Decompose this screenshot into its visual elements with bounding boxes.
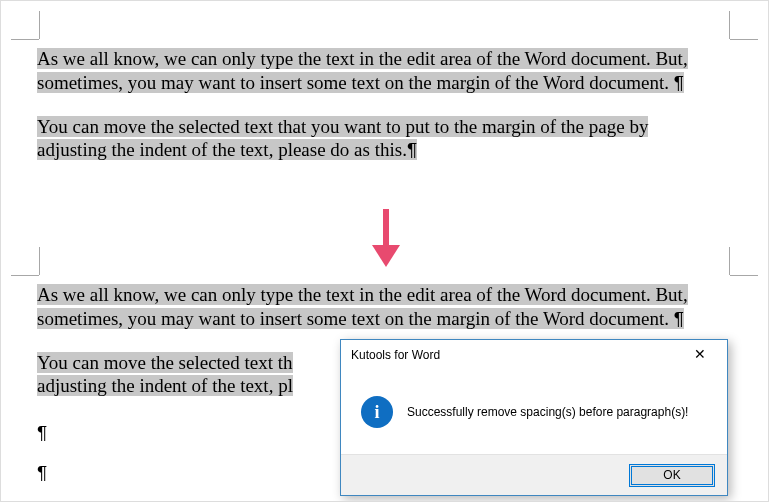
para1-line1: As we all know, we can only type the tex… bbox=[37, 284, 688, 305]
para2-line2: adjusting the indent of the text, please… bbox=[37, 139, 417, 160]
info-icon: i bbox=[361, 396, 393, 428]
close-icon[interactable]: ✕ bbox=[681, 343, 719, 367]
svg-marker-1 bbox=[372, 245, 400, 267]
para2-line2-clipped: adjusting the indent of the text, pl bbox=[37, 375, 293, 396]
pilcrow-icon: ¶ bbox=[37, 461, 47, 485]
document-before: As we all know, we can only type the tex… bbox=[37, 47, 737, 162]
pilcrow-icon: ¶ bbox=[407, 139, 417, 160]
para2-line1-clipped: You can move the selected text th bbox=[37, 352, 293, 373]
pilcrow-icon: ¶ bbox=[37, 421, 47, 445]
dialog-message: Successfully remove spacing(s) before pa… bbox=[407, 405, 688, 420]
para1-line2: sometimes, you may want to insert some t… bbox=[37, 308, 684, 329]
para1-line2: sometimes, you may want to insert some t… bbox=[37, 72, 684, 93]
message-dialog: Kutools for Word ✕ i Successfully remove… bbox=[340, 339, 728, 496]
pilcrow-icon: ¶ bbox=[674, 72, 684, 93]
pilcrow-icon: ¶ bbox=[674, 308, 684, 329]
ok-button[interactable]: OK bbox=[629, 464, 715, 487]
arrow-down-icon bbox=[1, 205, 769, 275]
para2-line1: You can move the selected text that you … bbox=[37, 116, 648, 137]
para1-line1: As we all know, we can only type the tex… bbox=[37, 48, 688, 69]
dialog-title-text: Kutools for Word bbox=[351, 348, 440, 363]
dialog-titlebar[interactable]: Kutools for Word ✕ bbox=[341, 340, 727, 370]
